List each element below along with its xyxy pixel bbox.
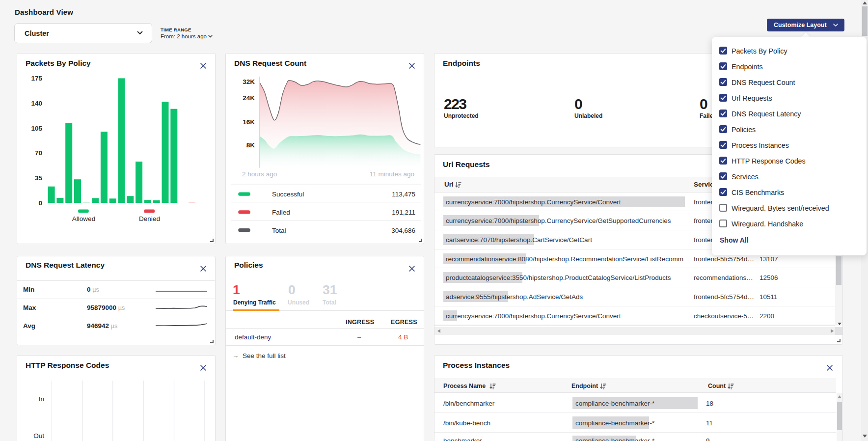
svg-text:16K: 16K (243, 118, 255, 126)
svg-text:70: 70 (35, 149, 42, 157)
svg-text:2 hours ago: 2 hours ago (242, 170, 277, 178)
svg-text:175: 175 (31, 75, 42, 82)
svg-text:24K: 24K (243, 94, 255, 102)
svg-text:Failed: Failed (272, 209, 290, 216)
svg-text:8K: 8K (246, 141, 255, 149)
svg-text:191,211: 191,211 (392, 209, 415, 216)
svg-text:32K: 32K (243, 78, 255, 85)
svg-text:0: 0 (38, 199, 42, 207)
svg-text:Out: Out (33, 432, 44, 440)
svg-text:Denied: Denied (139, 215, 160, 222)
svg-text:Total: Total (272, 227, 286, 234)
svg-text:304,686: 304,686 (391, 227, 415, 234)
svg-text:113,475: 113,475 (392, 191, 415, 198)
svg-text:11 minutes ago: 11 minutes ago (370, 170, 414, 178)
svg-text:140: 140 (31, 100, 42, 107)
svg-text:105: 105 (31, 125, 42, 132)
svg-text:In: In (39, 395, 44, 403)
svg-text:Allowed: Allowed (72, 215, 95, 222)
svg-text:35: 35 (35, 174, 43, 182)
svg-text:Successful: Successful (272, 191, 304, 198)
